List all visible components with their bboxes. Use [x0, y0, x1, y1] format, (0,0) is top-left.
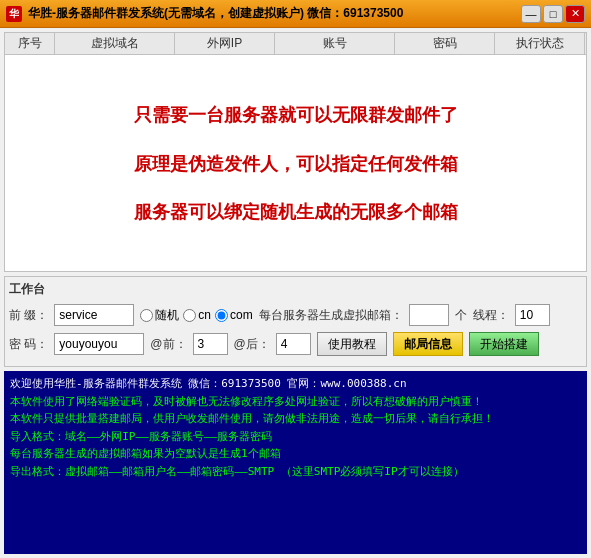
- prefix-input[interactable]: [54, 304, 134, 326]
- at-after-label: @后：: [234, 336, 270, 353]
- radio-cn-label: cn: [198, 308, 211, 322]
- virtual-mailbox-label: 每台服务器生成虚拟邮箱：: [259, 307, 403, 324]
- radio-random-label: 随机: [155, 307, 179, 324]
- mailbox-info-button[interactable]: 邮局信息: [393, 332, 463, 356]
- promo-line1: 只需要一台服务器就可以无限群发邮件了: [134, 101, 458, 130]
- at-before-label: @前：: [150, 336, 186, 353]
- radio-random-item: 随机: [140, 307, 179, 324]
- prefix-label: 前 缀：: [9, 307, 48, 324]
- password-input[interactable]: [54, 333, 144, 355]
- title-bar-text: 华胜-服务器邮件群发系统(无需域名，创建虚拟账户) 微信：691373500: [28, 5, 521, 22]
- col-header-ip: 外网IP: [175, 33, 275, 54]
- promo-line3: 服务器可以绑定随机生成的无限多个邮箱: [134, 198, 458, 227]
- maximize-button[interactable]: □: [543, 5, 563, 23]
- main-content: 序号 虚拟域名 外网IP 账号 密码 执行状态 只需要一台服务器就可以无限群发邮…: [0, 28, 591, 558]
- workspace: 工作台 前 缀： 随机 cn com 每台服务器生成虚拟邮箱：: [4, 276, 587, 367]
- at-after-input[interactable]: [276, 333, 311, 355]
- console-line-1: 本软件使用了网络端验证码，及时被解也无法修改程序多处网址验证，所以有想破解的用户…: [10, 393, 581, 411]
- thread-label: 线程：: [473, 307, 509, 324]
- console-line-2: 本软件只提供批量搭建邮局，供用户收发邮件使用，请勿做非法用途，造成一切后果，请自…: [10, 410, 581, 428]
- radio-cn[interactable]: [183, 309, 196, 322]
- thread-input[interactable]: [515, 304, 550, 326]
- radio-cn-item: cn: [183, 308, 211, 322]
- table-header: 序号 虚拟域名 外网IP 账号 密码 执行状态: [5, 33, 586, 55]
- col-header-status: 执行状态: [495, 33, 585, 54]
- col-header-account: 账号: [275, 33, 395, 54]
- start-button[interactable]: 开始搭建: [469, 332, 539, 356]
- prefix-row: 前 缀： 随机 cn com 每台服务器生成虚拟邮箱： 个 线程：: [9, 304, 582, 326]
- col-header-vdomain: 虚拟域名: [55, 33, 175, 54]
- virtual-mailbox-input[interactable]: [409, 304, 449, 326]
- radio-com[interactable]: [215, 309, 228, 322]
- col-header-password: 密码: [395, 33, 495, 54]
- table-body: 只需要一台服务器就可以无限群发邮件了 原理是伪造发件人，可以指定任何发件箱 服务…: [5, 55, 586, 272]
- console-line-5: 导出格式：虚拟邮箱——邮箱用户名——邮箱密码——SMTP （这里SMTP必须填写…: [10, 463, 581, 481]
- domain-radio-group: 随机 cn com: [140, 307, 252, 324]
- close-button[interactable]: ✕: [565, 5, 585, 23]
- table-area: 序号 虚拟域名 外网IP 账号 密码 执行状态 只需要一台服务器就可以无限群发邮…: [4, 32, 587, 272]
- window-controls: — □ ✕: [521, 5, 585, 23]
- radio-com-item: com: [215, 308, 253, 322]
- console-line-0: 欢迎使用华胜-服务器邮件群发系统 微信：691373500 官网：www.000…: [10, 375, 581, 393]
- minimize-button[interactable]: —: [521, 5, 541, 23]
- radio-com-label: com: [230, 308, 253, 322]
- tutorial-button[interactable]: 使用教程: [317, 332, 387, 356]
- title-bar: 华 华胜-服务器邮件群发系统(无需域名，创建虚拟账户) 微信：691373500…: [0, 0, 591, 28]
- password-label: 密 码：: [9, 336, 48, 353]
- workspace-title: 工作台: [9, 281, 582, 298]
- count-unit: 个: [455, 307, 467, 324]
- console-line-4: 每台服务器生成的虚拟邮箱如果为空默认是生成1个邮箱: [10, 445, 581, 463]
- app-icon: 华: [6, 6, 22, 22]
- at-before-input[interactable]: [193, 333, 228, 355]
- radio-random[interactable]: [140, 309, 153, 322]
- promo-line2: 原理是伪造发件人，可以指定任何发件箱: [134, 150, 458, 179]
- console-text: 欢迎使用华胜-服务器邮件群发系统 微信：691373500 官网：www.000…: [10, 375, 581, 481]
- console-area: 欢迎使用华胜-服务器邮件群发系统 微信：691373500 官网：www.000…: [4, 371, 587, 554]
- password-row: 密 码： @前： @后： 使用教程 邮局信息 开始搭建: [9, 332, 582, 356]
- console-line-3: 导入格式：域名——外网IP——服务器账号——服务器密码: [10, 428, 581, 446]
- col-header-seq: 序号: [5, 33, 55, 54]
